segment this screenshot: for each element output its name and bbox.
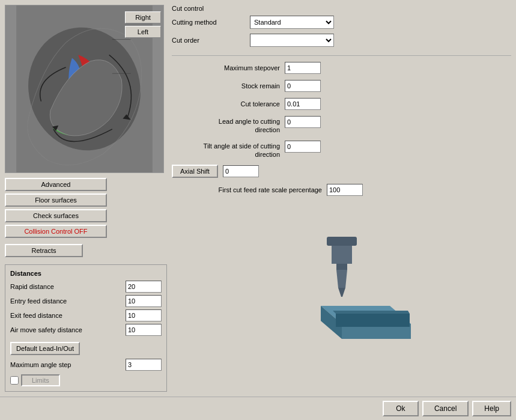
axial-shift-button[interactable]: Axial Shift <box>172 165 218 178</box>
limits-checkbox[interactable] <box>10 376 19 385</box>
tilt-angle-label: Tilt angle at side of cuttingdirection <box>172 141 280 159</box>
limits-button[interactable]: Limits <box>21 374 60 386</box>
svg-marker-18 <box>381 311 410 314</box>
first-cut-input[interactable] <box>327 184 363 196</box>
svg-marker-9 <box>336 270 347 288</box>
cut-control-section: Cut control Cutting method Standard Clim… <box>172 5 511 49</box>
cutting-method-select[interactable]: Standard Climb Conventional <box>250 16 334 29</box>
max-stepover-input[interactable] <box>285 62 321 74</box>
cut-tolerance-label: Cut tolerance <box>172 100 280 108</box>
viewport: Right Left <box>5 5 164 173</box>
ok-button[interactable]: Ok <box>383 401 419 416</box>
entry-feed-input[interactable] <box>126 295 162 307</box>
exit-feed-input[interactable] <box>126 309 162 321</box>
cancel-button[interactable]: Cancel <box>422 401 469 416</box>
svg-rect-8 <box>336 264 347 270</box>
lead-angle-input[interactable] <box>285 116 321 128</box>
rapid-distance-input[interactable] <box>126 281 162 293</box>
entry-feed-label: Entry feed distance <box>10 297 126 305</box>
cut-tolerance-input[interactable] <box>285 98 321 110</box>
advanced-button[interactable]: Advanced <box>5 178 107 191</box>
default-lead-button[interactable]: Default Lead-In/Out <box>10 342 80 355</box>
tilt-angle-input[interactable] <box>285 141 321 153</box>
exit-feed-label: Exit feed distance <box>10 312 126 319</box>
distances-section: Distances Rapid distance Entry feed dist… <box>5 264 167 392</box>
right-view-button[interactable]: Right <box>125 11 161 23</box>
stock-remain-input[interactable] <box>285 80 321 92</box>
first-cut-label: First cut feed rate scale percentage <box>172 186 322 193</box>
rapid-distance-label: Rapid distance <box>10 283 126 290</box>
svg-marker-15 <box>336 314 363 327</box>
lead-angle-label: Lead angle to cuttingdirection <box>172 116 280 135</box>
svg-rect-7 <box>332 246 352 264</box>
retracts-button[interactable]: Retracts <box>5 244 83 257</box>
cut-order-select[interactable] <box>250 34 334 47</box>
cnc-visualization <box>172 202 511 392</box>
cut-order-label: Cut order <box>172 37 250 44</box>
cut-control-title: Cut control <box>172 5 511 12</box>
help-button[interactable]: Help <box>472 401 511 416</box>
air-move-label: Air move safety distance <box>10 326 126 333</box>
svg-rect-6 <box>327 237 357 246</box>
cutting-method-label: Cutting method <box>172 19 250 26</box>
max-angle-label: Maximum angle step <box>10 361 121 368</box>
air-move-input[interactable] <box>126 324 162 336</box>
svg-marker-10 <box>338 288 345 297</box>
axial-shift-input[interactable] <box>223 165 259 177</box>
distances-title: Distances <box>10 270 162 277</box>
floor-surfaces-button[interactable]: Floor surfaces <box>5 193 107 207</box>
check-surfaces-button[interactable]: Check surfaces <box>5 209 107 222</box>
max-stepover-label: Maximum stepover <box>172 64 280 72</box>
svg-marker-19 <box>383 314 410 327</box>
max-angle-input[interactable] <box>126 359 162 371</box>
collision-control-button[interactable]: Collision Control OFF <box>5 225 107 238</box>
stock-remain-label: Stock remain <box>172 82 280 90</box>
left-view-button[interactable]: Left <box>125 26 161 38</box>
bottom-bar: Ok Cancel Help <box>0 397 516 420</box>
separator <box>172 55 511 56</box>
